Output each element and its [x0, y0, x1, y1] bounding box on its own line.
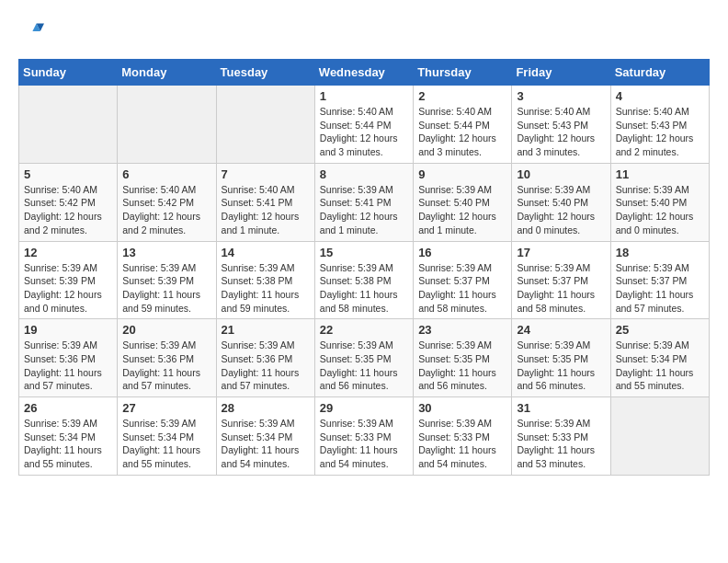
logo-icon [18, 18, 44, 44]
sunrise-text: Sunrise: 5:40 AM [24, 184, 97, 195]
calendar-week-row: 19Sunrise: 5:39 AMSunset: 5:36 PMDayligh… [19, 319, 710, 397]
day-header-monday: Monday [118, 60, 216, 86]
daylight-text: Daylight: 11 hours and 55 minutes. [122, 444, 200, 469]
sunset-text: Sunset: 5:39 PM [122, 275, 194, 286]
cell-content: Sunrise: 5:39 AMSunset: 5:33 PMDaylight:… [320, 417, 408, 471]
sunset-text: Sunset: 5:34 PM [616, 353, 688, 364]
calendar-cell: 25Sunrise: 5:39 AMSunset: 5:34 PMDayligh… [610, 319, 709, 397]
calendar-cell: 23Sunrise: 5:39 AMSunset: 5:35 PMDayligh… [414, 319, 512, 397]
calendar-cell: 8Sunrise: 5:39 AMSunset: 5:41 PMDaylight… [314, 163, 413, 241]
sunrise-text: Sunrise: 5:39 AM [122, 262, 196, 273]
calendar-cell: 27Sunrise: 5:39 AMSunset: 5:34 PMDayligh… [118, 397, 216, 476]
cell-content: Sunrise: 5:40 AMSunset: 5:42 PMDaylight:… [24, 183, 112, 237]
sunset-text: Sunset: 5:34 PM [122, 431, 194, 442]
day-number: 20 [122, 323, 210, 337]
day-number: 30 [418, 401, 506, 415]
sunset-text: Sunset: 5:36 PM [24, 353, 96, 364]
sunrise-text: Sunrise: 5:39 AM [418, 418, 492, 429]
daylight-text: Daylight: 11 hours and 57 minutes. [122, 367, 200, 392]
cell-content: Sunrise: 5:39 AMSunset: 5:38 PMDaylight:… [320, 261, 408, 316]
sunset-text: Sunset: 5:41 PM [320, 197, 392, 208]
daylight-text: Daylight: 11 hours and 55 minutes. [616, 367, 694, 392]
day-number: 6 [122, 167, 210, 181]
sunset-text: Sunset: 5:42 PM [24, 197, 96, 208]
sunset-text: Sunset: 5:35 PM [418, 353, 490, 364]
sunset-text: Sunset: 5:37 PM [418, 275, 490, 286]
cell-content: Sunrise: 5:39 AMSunset: 5:33 PMDaylight:… [517, 417, 605, 471]
cell-content: Sunrise: 5:39 AMSunset: 5:35 PMDaylight:… [418, 339, 506, 393]
day-number: 4 [616, 89, 704, 103]
calendar-cell: 28Sunrise: 5:39 AMSunset: 5:34 PMDayligh… [216, 397, 314, 476]
page-header [18, 18, 710, 44]
cell-content: Sunrise: 5:39 AMSunset: 5:34 PMDaylight:… [122, 417, 210, 471]
cell-content: Sunrise: 5:39 AMSunset: 5:40 PMDaylight:… [616, 183, 704, 237]
sunset-text: Sunset: 5:43 PM [616, 120, 688, 131]
calendar-cell: 9Sunrise: 5:39 AMSunset: 5:40 PMDaylight… [414, 163, 512, 241]
day-number: 12 [24, 246, 112, 259]
daylight-text: Daylight: 12 hours and 0 minutes. [616, 211, 694, 236]
cell-content: Sunrise: 5:39 AMSunset: 5:35 PMDaylight:… [320, 339, 408, 393]
day-number: 11 [616, 167, 704, 181]
cell-content: Sunrise: 5:40 AMSunset: 5:41 PMDaylight:… [222, 183, 310, 237]
sunrise-text: Sunrise: 5:39 AM [320, 339, 393, 350]
day-number: 2 [418, 89, 506, 103]
calendar-cell: 5Sunrise: 5:40 AMSunset: 5:42 PMDaylight… [19, 163, 118, 241]
daylight-text: Daylight: 11 hours and 58 minutes. [320, 289, 398, 314]
day-number: 7 [222, 167, 310, 181]
sunrise-text: Sunrise: 5:40 AM [517, 106, 590, 117]
day-number: 13 [122, 246, 210, 259]
sunrise-text: Sunrise: 5:39 AM [320, 418, 393, 429]
calendar-cell: 26Sunrise: 5:39 AMSunset: 5:34 PMDayligh… [19, 397, 118, 476]
cell-content: Sunrise: 5:39 AMSunset: 5:37 PMDaylight:… [418, 261, 506, 316]
day-number: 3 [517, 89, 605, 103]
sunset-text: Sunset: 5:35 PM [517, 353, 588, 364]
daylight-text: Daylight: 11 hours and 56 minutes. [418, 367, 496, 392]
cell-content: Sunrise: 5:40 AMSunset: 5:42 PMDaylight:… [122, 183, 210, 237]
calendar-cell: 20Sunrise: 5:39 AMSunset: 5:36 PMDayligh… [118, 319, 216, 397]
sunset-text: Sunset: 5:33 PM [418, 431, 490, 442]
day-number: 17 [517, 246, 605, 259]
calendar-cell: 2Sunrise: 5:40 AMSunset: 5:44 PMDaylight… [414, 86, 512, 164]
sunset-text: Sunset: 5:38 PM [320, 275, 392, 286]
sunrise-text: Sunrise: 5:39 AM [418, 184, 492, 195]
cell-content: Sunrise: 5:40 AMSunset: 5:44 PMDaylight:… [418, 105, 506, 159]
cell-content: Sunrise: 5:39 AMSunset: 5:34 PMDaylight:… [24, 417, 112, 471]
calendar-week-row: 12Sunrise: 5:39 AMSunset: 5:39 PMDayligh… [19, 241, 710, 319]
sunrise-text: Sunrise: 5:40 AM [320, 106, 393, 117]
cell-content: Sunrise: 5:40 AMSunset: 5:44 PMDaylight:… [320, 105, 408, 159]
sunset-text: Sunset: 5:40 PM [418, 197, 490, 208]
daylight-text: Daylight: 11 hours and 57 minutes. [24, 367, 102, 392]
cell-content: Sunrise: 5:39 AMSunset: 5:38 PMDaylight:… [222, 261, 310, 316]
calendar-cell: 11Sunrise: 5:39 AMSunset: 5:40 PMDayligh… [610, 163, 709, 241]
calendar-cell: 19Sunrise: 5:39 AMSunset: 5:36 PMDayligh… [19, 319, 118, 397]
sunrise-text: Sunrise: 5:39 AM [418, 262, 492, 273]
sunrise-text: Sunrise: 5:39 AM [320, 262, 393, 273]
sunset-text: Sunset: 5:39 PM [24, 275, 96, 286]
daylight-text: Daylight: 11 hours and 59 minutes. [122, 289, 200, 314]
calendar-cell: 24Sunrise: 5:39 AMSunset: 5:35 PMDayligh… [512, 319, 610, 397]
cell-content: Sunrise: 5:39 AMSunset: 5:37 PMDaylight:… [517, 261, 605, 316]
cell-content: Sunrise: 5:39 AMSunset: 5:37 PMDaylight:… [616, 261, 704, 316]
calendar-week-row: 26Sunrise: 5:39 AMSunset: 5:34 PMDayligh… [19, 397, 710, 476]
sunset-text: Sunset: 5:44 PM [418, 120, 490, 131]
daylight-text: Daylight: 11 hours and 54 minutes. [418, 444, 496, 469]
cell-content: Sunrise: 5:39 AMSunset: 5:39 PMDaylight:… [24, 261, 112, 316]
daylight-text: Daylight: 12 hours and 1 minute. [320, 211, 398, 236]
cell-content: Sunrise: 5:39 AMSunset: 5:39 PMDaylight:… [122, 261, 210, 316]
cell-content: Sunrise: 5:39 AMSunset: 5:36 PMDaylight:… [122, 339, 210, 393]
sunrise-text: Sunrise: 5:40 AM [418, 106, 492, 117]
daylight-text: Daylight: 11 hours and 55 minutes. [24, 444, 102, 469]
calendar-header-row: SundayMondayTuesdayWednesdayThursdayFrid… [19, 60, 710, 86]
daylight-text: Daylight: 11 hours and 58 minutes. [517, 289, 595, 314]
cell-content: Sunrise: 5:39 AMSunset: 5:40 PMDaylight:… [418, 183, 506, 237]
sunrise-text: Sunrise: 5:40 AM [222, 184, 295, 195]
calendar-cell: 16Sunrise: 5:39 AMSunset: 5:37 PMDayligh… [414, 241, 512, 319]
day-number: 9 [418, 167, 506, 181]
sunrise-text: Sunrise: 5:39 AM [222, 339, 295, 350]
day-header-thursday: Thursday [414, 60, 512, 86]
sunset-text: Sunset: 5:33 PM [320, 431, 392, 442]
daylight-text: Daylight: 12 hours and 1 minute. [418, 211, 496, 236]
day-header-wednesday: Wednesday [314, 60, 413, 86]
day-header-saturday: Saturday [610, 60, 709, 86]
day-number: 18 [616, 246, 704, 259]
